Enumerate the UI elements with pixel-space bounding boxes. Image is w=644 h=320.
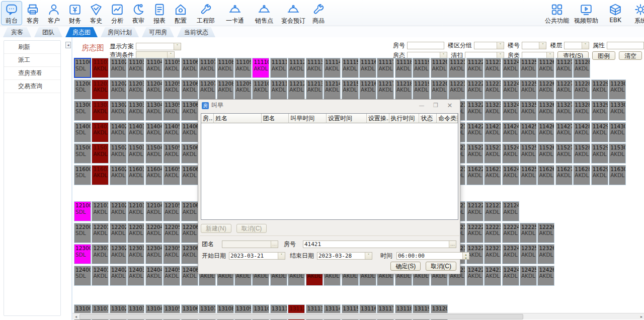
time-spinner[interactable]: 06:00:00 ▴▾ bbox=[396, 252, 469, 260]
sidebar-item-交易查询[interactable]: 交易查询 bbox=[4, 80, 60, 93]
sidebar-collapse-button[interactable]: ◂ bbox=[65, 42, 71, 48]
ellipsis-icon[interactable]: … bbox=[271, 241, 278, 248]
group-name-field[interactable]: … bbox=[222, 241, 278, 248]
room-cell[interactable]: 12205AKDL bbox=[163, 223, 180, 243]
column-header-命令类型[interactable]: 命令类型 bbox=[437, 114, 458, 123]
toolbar-item-客房[interactable]: 客房 bbox=[22, 1, 43, 25]
room-cell[interactable]: 11500SDL bbox=[74, 143, 91, 164]
toolbar-item-报表[interactable]: 报表 bbox=[149, 1, 170, 25]
room-cell[interactable]: 11114AKDL bbox=[324, 58, 341, 78]
scrollbar-thumb[interactable] bbox=[79, 314, 523, 319]
room-number-field[interactable]: 41421 … bbox=[303, 241, 456, 248]
room-cell[interactable]: 11623AKDL bbox=[484, 165, 501, 185]
toolbar-item-财务[interactable]: 财务 bbox=[64, 1, 86, 25]
room-cell[interactable]: 11111AKDL bbox=[270, 58, 287, 78]
room-cell[interactable]: 11422AKDL bbox=[466, 122, 484, 142]
room-cell[interactable]: 11428AKDL bbox=[573, 122, 590, 142]
room-cell[interactable]: 11115AKDL bbox=[342, 58, 359, 78]
room-cell[interactable]: 11106AKDL bbox=[181, 58, 198, 78]
column-header-执行时间[interactable]: 执行时间 bbox=[389, 114, 420, 123]
room-cell[interactable]: 11220AKDL bbox=[431, 79, 448, 100]
column-header-状态[interactable]: 状态 bbox=[419, 114, 437, 123]
tab-当前状态[interactable]: 当前状态 bbox=[177, 27, 215, 37]
room-cell[interactable]: 11630AKDL bbox=[609, 165, 626, 185]
room-cell[interactable]: 11401AKDL bbox=[92, 122, 109, 142]
room-cell[interactable]: 11530AKDL bbox=[609, 143, 626, 164]
room-cell[interactable]: 11112AKDL bbox=[288, 58, 305, 78]
room-cell[interactable]: 11216AKDL bbox=[359, 79, 376, 100]
toolbar-item-一卡通[interactable]: 一卡通 bbox=[220, 1, 250, 25]
room-cell[interactable]: 11323AKDL bbox=[484, 101, 501, 121]
room-cell[interactable]: 11204AKDL bbox=[145, 79, 163, 100]
room-cell[interactable]: 11101AKDL bbox=[92, 58, 109, 78]
scroll-left-icon[interactable]: ◂ bbox=[73, 314, 79, 319]
room-cell[interactable]: 11403AKDL bbox=[127, 122, 144, 142]
room-cell[interactable]: 11219AKDL bbox=[413, 79, 430, 100]
room-cell[interactable]: 11326AKDL bbox=[537, 101, 554, 121]
room-cell[interactable]: 11426AKDL bbox=[537, 122, 554, 142]
room-cell[interactable]: 11305AKDL bbox=[163, 101, 180, 121]
sidebar-item-刷新[interactable]: 刷新 bbox=[4, 41, 60, 54]
dialog-titlebar[interactable]: 房 叫早 — ❒ ✕ bbox=[198, 100, 460, 111]
room-cell[interactable]: 11606AKDL bbox=[181, 165, 198, 185]
room-cell[interactable]: 11226AKDL bbox=[537, 79, 554, 100]
toolbar-item-公共功能[interactable]: 公共功能 bbox=[542, 1, 572, 25]
room-cell[interactable]: 11206AKDL bbox=[181, 79, 198, 100]
scroll-right-icon[interactable]: ▸ bbox=[638, 314, 644, 319]
room-cell[interactable]: 12200SDL bbox=[74, 223, 91, 243]
room-cell[interactable]: 11104AKDL bbox=[145, 58, 163, 78]
room-cell[interactable]: 12422AKDL bbox=[466, 266, 484, 286]
room-cell[interactable]: 11622AKDL bbox=[466, 165, 484, 185]
room-cell[interactable]: 11200SDL bbox=[74, 79, 91, 100]
room-cell[interactable]: 11329AKDL bbox=[591, 101, 608, 121]
room-cell[interactable]: 11207AKDL bbox=[199, 79, 216, 100]
toolbar-item-配置[interactable]: 配置 bbox=[170, 1, 191, 25]
room-cell[interactable]: 11506AKDL bbox=[181, 143, 198, 164]
room-cell[interactable]: 12424AKDL bbox=[502, 266, 519, 286]
sidebar-item-派工[interactable]: 派工 bbox=[4, 54, 60, 67]
toolbar-item-销售点[interactable]: 销售点 bbox=[250, 1, 279, 25]
room-cell[interactable]: 11524AKDL bbox=[502, 143, 519, 164]
sidebar-item-查房查看[interactable]: 查房查看 bbox=[4, 67, 60, 80]
room-cell[interactable]: 12100SDL bbox=[74, 201, 91, 221]
room-cell[interactable]: 12323AKDL bbox=[484, 244, 501, 264]
tab-宾客[interactable]: 宾客 bbox=[3, 27, 31, 37]
room-cell[interactable]: 11626AKDL bbox=[537, 165, 554, 185]
room-cell[interactable]: 11430AKDL bbox=[609, 122, 626, 142]
room-cell[interactable]: 11504AKDL bbox=[145, 143, 163, 164]
room-cell[interactable]: 11627AKDL bbox=[555, 165, 573, 185]
room-cell[interactable]: 12224AKDL bbox=[502, 223, 519, 243]
room-cell[interactable]: 11228AKDL bbox=[573, 79, 590, 100]
room-cell[interactable]: 11628AKDL bbox=[573, 165, 590, 185]
room-cell[interactable]: 12300SDL bbox=[74, 244, 91, 264]
room-cell[interactable]: 12206AKDL bbox=[181, 223, 198, 243]
room-cell[interactable]: 11528AKDL bbox=[573, 143, 590, 164]
room-cell[interactable]: 11215AKDL bbox=[342, 79, 359, 100]
room-cell[interactable]: 12400SDL bbox=[74, 266, 91, 286]
room-cell[interactable]: 11230AKDL bbox=[609, 79, 626, 100]
toolbar-item-宴会预订[interactable]: 宴会预订 bbox=[279, 1, 308, 25]
room-cell[interactable]: 12101AKDL bbox=[92, 201, 109, 221]
room-cell[interactable]: 11209AKDL bbox=[234, 79, 252, 100]
ellipsis-icon[interactable]: … bbox=[449, 241, 456, 248]
room-cell[interactable]: 11625AKDL bbox=[520, 165, 537, 185]
column-header-房..[interactable]: 房.. bbox=[201, 114, 214, 123]
toolbar-item-视频帮助[interactable]: 视频帮助 bbox=[572, 1, 601, 25]
column-header-设置时间[interactable]: 设置时间 bbox=[327, 114, 367, 123]
toolbar-item-客户[interactable]: 客户 bbox=[43, 1, 64, 25]
close-icon[interactable]: ✕ bbox=[443, 101, 457, 110]
toolbar-item-分析[interactable]: 分析 bbox=[107, 1, 128, 25]
column-header-叫早时间[interactable]: 叫早时间 bbox=[289, 114, 327, 123]
room-cell[interactable]: 11423AKDL bbox=[484, 122, 501, 142]
tab-团队[interactable]: 团队 bbox=[34, 27, 62, 37]
column-header-设置操...[interactable]: 设置操... bbox=[367, 114, 389, 123]
room-cell[interactable]: 11624AKDL bbox=[502, 165, 519, 185]
room-cell[interactable]: 11202AKDL bbox=[110, 79, 127, 100]
room-cell[interactable]: 12204AKDL bbox=[145, 223, 163, 243]
room-cell[interactable]: 12402AKDL bbox=[110, 266, 127, 286]
room-cell[interactable]: 11210AKDL bbox=[252, 79, 269, 100]
room-cell[interactable]: 11100SDL bbox=[74, 58, 91, 78]
room-cell[interactable]: 11116AKDL bbox=[359, 58, 376, 78]
room-cell[interactable]: 12301AKDL bbox=[92, 244, 109, 264]
room-cell[interactable]: 12104AKDL bbox=[145, 201, 163, 221]
